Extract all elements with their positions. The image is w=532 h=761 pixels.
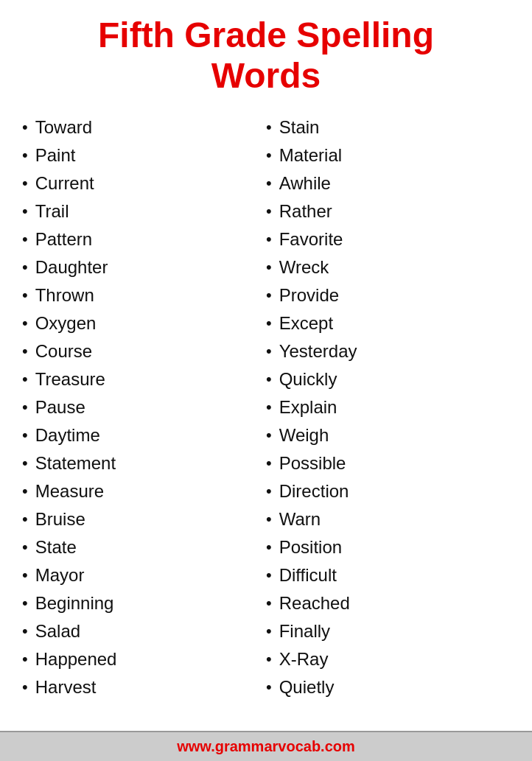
list-item: Yesterday [266,337,510,365]
list-item: Statement [22,449,266,477]
list-item: Harvest [22,673,266,701]
main-content: Fifth Grade Spelling Words TowardPaintCu… [0,0,532,731]
list-item: Toward [22,113,266,141]
list-item: Explain [266,393,510,421]
list-item: Happened [22,645,266,673]
list-item: Wreck [266,253,510,281]
list-item: Weigh [266,421,510,449]
left-word-list: TowardPaintCurrentTrailPatternDaughterTh… [22,113,266,701]
list-item: Provide [266,281,510,309]
list-item: Course [22,337,266,365]
word-columns: TowardPaintCurrentTrailPatternDaughterTh… [22,113,510,701]
list-item: Thrown [22,281,266,309]
list-item: Favorite [266,225,510,253]
list-item: Direction [266,477,510,505]
right-word-list: StainMaterialAwhileRatherFavoriteWreckPr… [266,113,510,701]
list-item: Quickly [266,365,510,393]
list-item: Reached [266,589,510,617]
list-item: Paint [22,141,266,169]
footer: www.grammarvocab.com [0,731,532,761]
list-item: Material [266,141,510,169]
list-item: Position [266,533,510,561]
list-item: Current [22,169,266,197]
list-item: Rather [266,197,510,225]
list-item: Quietly [266,673,510,701]
list-item: Bruise [22,505,266,533]
list-item: Pause [22,393,266,421]
list-item: Daughter [22,253,266,281]
list-item: Possible [266,449,510,477]
list-item: Difficult [266,561,510,589]
list-item: Except [266,309,510,337]
list-item: Mayor [22,561,266,589]
list-item: Finally [266,617,510,645]
list-item: State [22,533,266,561]
list-item: Daytime [22,421,266,449]
list-item: Stain [266,113,510,141]
list-item: Salad [22,617,266,645]
footer-url: www.grammarvocab.com [177,738,355,754]
page-title: Fifth Grade Spelling Words [22,15,510,96]
list-item: Warn [266,505,510,533]
list-item: Oxygen [22,309,266,337]
list-item: X-Ray [266,645,510,673]
list-item: Measure [22,477,266,505]
list-item: Awhile [266,169,510,197]
list-item: Pattern [22,225,266,253]
list-item: Treasure [22,365,266,393]
list-item: Beginning [22,589,266,617]
list-item: Trail [22,197,266,225]
